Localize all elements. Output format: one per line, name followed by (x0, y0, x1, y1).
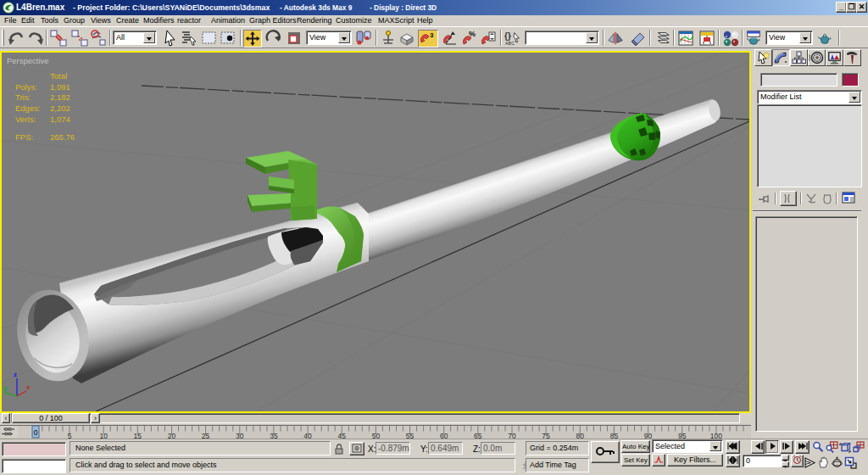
svg-text:FPS:: FPS: (15, 132, 33, 142)
svg-text:0: 0 (34, 428, 38, 437)
svg-text:ABC: ABC (505, 41, 515, 46)
svg-text:x: x (26, 383, 31, 391)
svg-text:%: % (469, 30, 476, 38)
svg-text:{}: {} (504, 31, 511, 41)
svg-text:Edges:: Edges: (15, 103, 41, 113)
svg-text:2,202: 2,202 (50, 103, 70, 113)
svg-text:265.76: 265.76 (50, 132, 75, 142)
svg-text:2,182: 2,182 (50, 92, 70, 102)
svg-text:Total: Total (50, 71, 67, 81)
svg-text:y: y (3, 384, 8, 392)
svg-text:Polys:: Polys: (15, 82, 37, 92)
svg-text:z: z (14, 371, 17, 378)
svg-text:1,074: 1,074 (50, 115, 70, 124)
svg-text:Tris:: Tris: (15, 92, 31, 102)
svg-text:Perspective: Perspective (7, 56, 49, 65)
svg-text:1,091: 1,091 (50, 82, 70, 92)
svg-text:Verts:: Verts: (15, 115, 36, 124)
svg-text:3: 3 (430, 31, 434, 39)
